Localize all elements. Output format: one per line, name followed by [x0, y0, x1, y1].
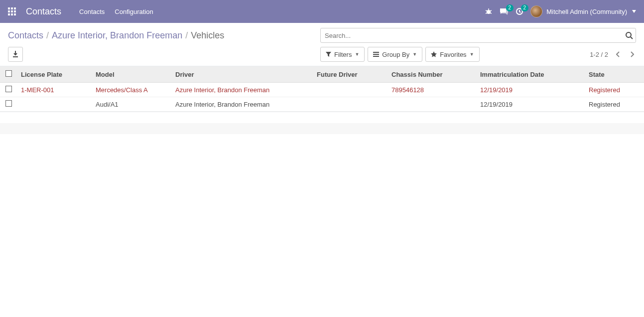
- pager-next[interactable]: [628, 51, 636, 57]
- svg-rect-0: [8, 7, 10, 9]
- filters-button[interactable]: Filters ▼: [320, 47, 365, 62]
- cell-license: 1-MER-001: [17, 83, 92, 97]
- nav-configuration[interactable]: Configuration: [115, 8, 153, 15]
- list-icon: [373, 52, 379, 57]
- caret-down-icon: ▼: [412, 52, 417, 57]
- svg-point-16: [626, 32, 631, 37]
- th-chassis[interactable]: Chassis Number: [387, 66, 476, 83]
- svg-line-13: [486, 13, 487, 13]
- search-input[interactable]: [320, 28, 636, 43]
- caret-down-icon: [632, 10, 636, 13]
- cell-driver: Azure Interior, Brandon Freeman: [171, 97, 313, 112]
- star-icon: [431, 51, 437, 57]
- user-menu[interactable]: Mitchell Admin (Community): [530, 5, 636, 17]
- control-panel: Contacts / Azure Interior, Brandon Freem…: [0, 23, 644, 66]
- cell-future-driver: [313, 97, 387, 112]
- groupby-button[interactable]: Group By ▼: [368, 47, 422, 62]
- cell-future-driver: [313, 83, 387, 97]
- th-immat-date[interactable]: Immatriculation Date: [476, 66, 585, 83]
- svg-rect-6: [8, 13, 10, 15]
- table-row[interactable]: 1-MER-001Mercedes/Class AAzure Interior,…: [0, 83, 644, 97]
- vehicles-table: License Plate Model Driver Future Driver…: [0, 66, 644, 112]
- cell-state: Registered: [585, 83, 635, 97]
- breadcrumb-parent[interactable]: Azure Interior, Brandon Freeman: [52, 30, 182, 41]
- apps-icon[interactable]: [8, 7, 17, 16]
- cell-license: [17, 97, 92, 112]
- svg-rect-18: [13, 56, 18, 57]
- pager-prev[interactable]: [614, 51, 622, 57]
- breadcrumb-root[interactable]: Contacts: [8, 30, 43, 41]
- cell-chassis: 789546128: [387, 83, 476, 97]
- messages-count: 2: [506, 4, 514, 11]
- breadcrumb-sep: /: [46, 30, 49, 41]
- messages-icon[interactable]: 2: [500, 7, 509, 15]
- activities-icon[interactable]: 2: [515, 7, 523, 15]
- filters-label: Filters: [334, 51, 352, 58]
- svg-line-17: [631, 37, 633, 39]
- cell-state: Registered: [585, 97, 635, 112]
- svg-rect-1: [11, 7, 13, 9]
- row-checkbox[interactable]: [5, 100, 12, 107]
- breadcrumb-sep: /: [185, 30, 188, 41]
- th-model[interactable]: Model: [92, 66, 171, 83]
- breadcrumb-current: Vehicles: [191, 30, 224, 41]
- cell-model: Audi/A1: [92, 97, 171, 112]
- avatar: [530, 5, 542, 17]
- svg-rect-2: [14, 7, 16, 9]
- pager-range: 1-2 / 2: [590, 51, 608, 58]
- cell-model: Mercedes/Class A: [92, 83, 171, 97]
- app-brand[interactable]: Contacts: [26, 6, 61, 17]
- svg-rect-3: [8, 10, 10, 12]
- cell-immat: 12/19/2019: [476, 97, 585, 112]
- svg-line-12: [490, 10, 492, 11]
- search-wrap: [320, 28, 636, 43]
- groupby-label: Group By: [382, 51, 409, 58]
- svg-rect-8: [14, 13, 16, 15]
- svg-point-9: [487, 10, 491, 14]
- select-all-checkbox[interactable]: [5, 70, 12, 77]
- cell-driver: Azure Interior, Brandon Freeman: [171, 83, 313, 97]
- th-state[interactable]: State: [585, 66, 635, 83]
- caret-down-icon: ▼: [355, 52, 359, 57]
- row-checkbox[interactable]: [5, 86, 12, 92]
- search-icon[interactable]: [625, 31, 633, 39]
- funnel-icon: [326, 52, 331, 57]
- svg-rect-7: [11, 13, 13, 15]
- svg-rect-19: [373, 52, 379, 53]
- debug-icon[interactable]: [485, 7, 493, 15]
- svg-rect-20: [373, 54, 379, 55]
- breadcrumb: Contacts / Azure Interior, Brandon Freem…: [8, 30, 320, 41]
- svg-rect-21: [373, 56, 379, 57]
- favorites-label: Favorites: [440, 51, 466, 58]
- th-driver[interactable]: Driver: [171, 66, 313, 83]
- nav-contacts[interactable]: Contacts: [79, 8, 105, 15]
- caret-down-icon: ▼: [470, 52, 474, 57]
- svg-rect-5: [14, 10, 16, 12]
- svg-line-11: [486, 10, 487, 11]
- cell-immat: 12/19/2019: [476, 83, 585, 97]
- th-license[interactable]: License Plate: [17, 66, 92, 83]
- pager: 1-2 / 2: [590, 47, 636, 62]
- svg-rect-4: [11, 10, 13, 12]
- footer-gap: [0, 123, 644, 134]
- th-future-driver[interactable]: Future Driver: [313, 66, 387, 83]
- svg-line-14: [490, 13, 492, 13]
- nav-menu: Contacts Configuration: [79, 8, 153, 15]
- activities-count: 2: [521, 4, 529, 11]
- table-row[interactable]: Audi/A1Azure Interior, Brandon Freeman12…: [0, 97, 644, 112]
- cell-chassis: [387, 97, 476, 112]
- navbar: Contacts Contacts Configuration 2 2 Mitc…: [0, 0, 644, 23]
- user-label: Mitchell Admin (Community): [546, 8, 627, 15]
- favorites-button[interactable]: Favorites ▼: [425, 47, 479, 62]
- export-button[interactable]: [8, 47, 23, 62]
